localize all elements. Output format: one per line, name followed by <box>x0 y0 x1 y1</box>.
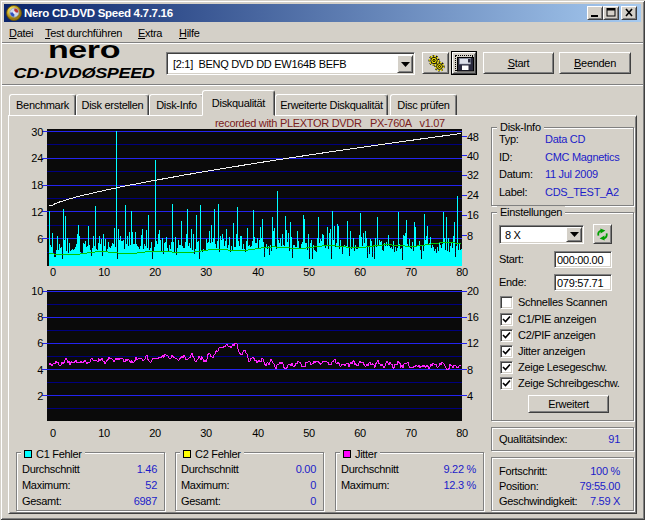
svg-text:10: 10 <box>31 285 43 297</box>
svg-text:30: 30 <box>200 266 212 278</box>
svg-text:60: 60 <box>354 266 366 278</box>
svg-text:48: 48 <box>467 131 479 143</box>
svg-text:4: 4 <box>467 390 473 402</box>
svg-text:20: 20 <box>467 285 479 297</box>
svg-text:8: 8 <box>467 364 473 376</box>
svg-text:12: 12 <box>31 206 43 218</box>
svg-text:0: 0 <box>50 427 56 439</box>
svg-text:70: 70 <box>405 266 417 278</box>
svg-text:24: 24 <box>467 189 479 201</box>
svg-text:8: 8 <box>467 230 473 242</box>
svg-text:32: 32 <box>467 169 479 181</box>
svg-text:50: 50 <box>303 266 315 278</box>
svg-text:50: 50 <box>303 427 315 439</box>
svg-text:16: 16 <box>467 311 479 323</box>
svg-text:30: 30 <box>200 427 212 439</box>
svg-text:0: 0 <box>50 266 56 278</box>
svg-text:70: 70 <box>405 427 417 439</box>
svg-text:6: 6 <box>37 233 43 245</box>
svg-text:10: 10 <box>98 427 110 439</box>
svg-text:18: 18 <box>31 179 43 191</box>
svg-text:20: 20 <box>149 266 161 278</box>
svg-text:40: 40 <box>467 150 479 162</box>
svg-text:40: 40 <box>252 427 264 439</box>
svg-text:6: 6 <box>37 337 43 349</box>
svg-text:10: 10 <box>98 266 110 278</box>
svg-text:80: 80 <box>456 427 468 439</box>
svg-text:2: 2 <box>37 390 43 402</box>
svg-text:20: 20 <box>149 427 161 439</box>
svg-text:4: 4 <box>37 364 43 376</box>
svg-text:12: 12 <box>467 337 479 349</box>
svg-text:80: 80 <box>456 266 468 278</box>
svg-text:16: 16 <box>467 209 479 221</box>
svg-text:40: 40 <box>252 266 264 278</box>
svg-text:8: 8 <box>37 311 43 323</box>
svg-text:24: 24 <box>31 152 43 164</box>
svg-text:30: 30 <box>31 126 43 138</box>
svg-text:60: 60 <box>354 427 366 439</box>
